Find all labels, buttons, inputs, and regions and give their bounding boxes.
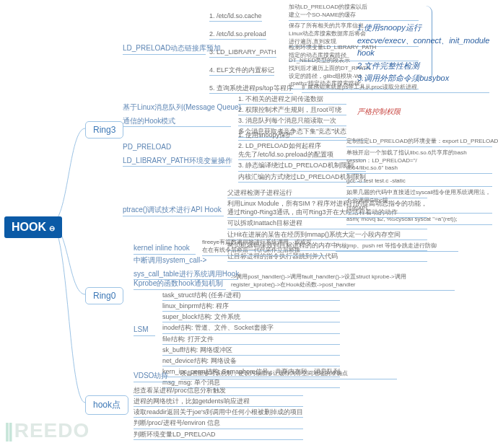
root-caret-icon: ⊖: [49, 224, 55, 232]
r3-g3-h2: LD_LIBRARY_PATH环境变量操作: [123, 154, 231, 167]
r0-g3-r: ->调用post_handler()->调用fault_handler()->设…: [231, 273, 455, 291]
r0-g4-d: inode结构: 管道、文件、Socket套接字: [162, 322, 340, 333]
r0-g4-c: super_block结构: 文件系统: [162, 312, 340, 322]
r3-g1-hdr: LD_PRELOAD动态链接库预加: [123, 42, 206, 55]
r3-g4-c: 可以拆或Inattach目标进程: [227, 218, 427, 229]
r3-g1-c: 3. LD_LIBRARY_PATH: [209, 47, 276, 58]
watermark: ||REEDO: [4, 419, 89, 442]
rn-l2: execve/execv、connect、init_module hook: [357, 35, 498, 60]
r0-g3: Kprobe的函数hook通知机制: [134, 277, 226, 291]
r0-g1-r2: 内核jmp、push ret 等指令跳走进行防御: [336, 242, 458, 252]
hp-items: 想查看某进程/proc信息分析触发 进程的网络统计，比如getdents响应进程…: [134, 385, 303, 440]
rn-l3: 2.文件完整性检测: [357, 60, 498, 73]
r3-g3-h1: PD_PRELOAD: [123, 141, 231, 153]
r3-g1-items: 1. /etc/ld.so.cache: [209, 11, 262, 22]
rn-l1: 1.使用snoopy运行: [357, 22, 498, 35]
watermark-icon: ||: [4, 419, 12, 442]
root-node[interactable]: HOOK ⊖: [4, 216, 62, 238]
r3-g3: PD_PRELOAD LD_LIBRARY_PATH环境变量操作: [123, 141, 231, 168]
branch-ring0-label: Ring0: [93, 291, 115, 301]
r3-g2-h1: 基于Linux消息队列(Message Queue): [123, 101, 231, 113]
hp-e: 判断环境变量LD_PRELOAD: [134, 429, 303, 440]
branch-hookpoints-label: hook点: [93, 400, 121, 410]
r3-g1-e: 5. 查询系统进程ps/top等程序: [209, 83, 293, 94]
r0-g1-r1: fireeye有篇数遍很地进行系统调用，或或可 在在有线令后桥后一代代呆作立后桥…: [202, 238, 325, 256]
r3-g2-b: 2. 权限控制术产生规则，且root可绕: [238, 105, 346, 115]
r0-g5-r: 攻击者能够写该机制，使该内核能够让缓存内存空间地址的准确点: [180, 369, 397, 379]
r3-g3-cr: gcc -o test test.c -static: [346, 177, 492, 187]
r3-g1-d: 4. ELF文件的内置标记: [209, 65, 274, 76]
r0-g4-b: linux_binprm结构: 程序: [162, 301, 340, 312]
r3-g4-h: ptrace()调试技术进行API Hook: [123, 203, 224, 216]
root-label: HOOK: [12, 221, 46, 233]
r3-g1: LD_PRELOAD动态链接库预加: [123, 42, 206, 56]
r3-g4-b: 利用Linux Module，所有SIM？程序对进程行的提高动态指令的功能， 通…: [227, 198, 427, 218]
hp-d: 判断/proc/进程号/environ 信息: [134, 418, 303, 429]
r3-g2-c: 3. 消息队列每个消息只能读取一次: [238, 115, 346, 126]
watermark-text: REEDO: [14, 419, 90, 442]
branch-ring3-label: Ring3: [93, 125, 115, 135]
r0-g4-g: net_device结构: 网络设备: [162, 356, 340, 366]
r3-g3-br2: 单独开启一个加载了指认libc.so.6共享库的bash session：LD_…: [346, 149, 492, 174]
r0-g4-e: file结构: 打开文件: [162, 334, 340, 345]
r0-g5: VDSO劫持: [134, 369, 175, 384]
r3-g4-a: 父进程检测子进程运行: [227, 188, 427, 198]
r0-g4-f: sk_buff结构: 网络缓冲区: [162, 345, 340, 356]
branch-ring3[interactable]: Ring3: [85, 121, 123, 139]
r3-g3-br1: 定制指定LD_PRELOAD的环境变量：export LD_PRELOAD=li…: [346, 137, 492, 147]
r3-g1-a: 1. /etc/ld.so.cache: [209, 11, 262, 22]
branch-ring0[interactable]: Ring0: [85, 287, 123, 304]
r3-g2-a: 1. 不相关的进程之间传递数据: [238, 94, 346, 105]
r3-g1-a-r: 加动LD_PRELOAD的搜索以后 建立一个SO-NAME的缓存: [289, 3, 419, 21]
r3-g2-h2: 通信的Hook模式: [123, 115, 231, 128]
r3-g2-annot: 严格控制权限: [357, 107, 401, 117]
hp-c: 读取readdir返回关于joe's到调用中任何小根被删掉成的项目: [134, 407, 303, 418]
hp-a: 想查看某进程/proc信息分析触发: [134, 385, 303, 396]
r3-g1-b: 2. /etc/ld.so.preload: [209, 29, 266, 40]
r3-g4: ptrace()调试技术进行API Hook: [123, 203, 224, 218]
branch-hookpoints[interactable]: hook点: [85, 395, 128, 415]
hp-b: 进程的网络统计，比如getdents响应进程: [134, 396, 303, 407]
r3-g2: 基于Linux消息队列(Message Queue) 通信的Hook模式: [123, 101, 231, 128]
rn-l4: 3.调用外部命令须busybox: [357, 72, 498, 85]
right-note: 1.使用snoopy运行 execve/execv、connect、init_m…: [357, 22, 498, 85]
r0-g4-a: task_struct结构 (任务/进程): [162, 290, 340, 301]
r0-g4: LSM: [134, 323, 155, 338]
